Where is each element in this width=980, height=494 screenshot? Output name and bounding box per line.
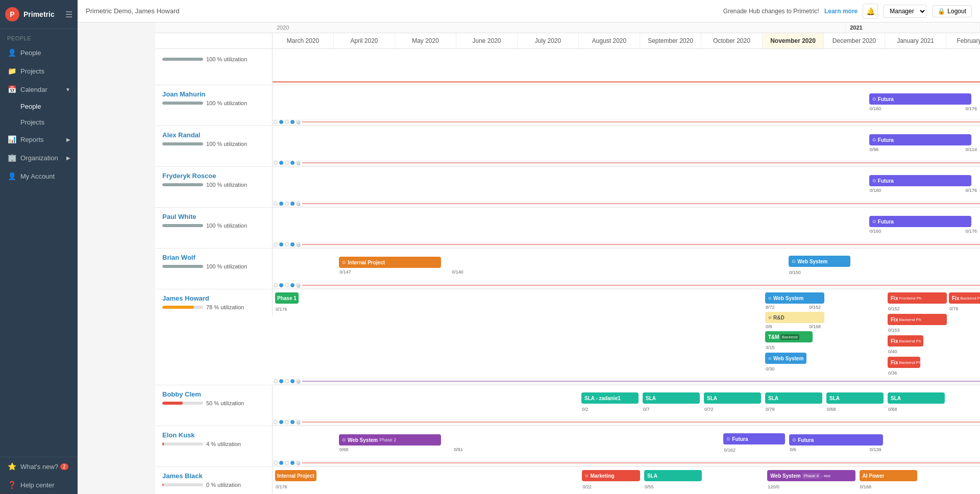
month-header-mar2020: March 2020 xyxy=(273,33,334,48)
util-bar-bg xyxy=(162,58,203,61)
sidebar-section-people: People xyxy=(0,29,78,43)
bar-bobby-sla2[interactable]: SLA xyxy=(643,392,700,404)
bar-brian-websystem[interactable]: ⊙ Web System xyxy=(789,256,850,267)
person-name-james-black[interactable]: James Black xyxy=(162,472,265,480)
sidebar-label-help: Help center xyxy=(20,481,54,489)
dot-row-alex: ⚙ xyxy=(273,160,980,166)
bar-james-fix-backend2[interactable]: Fix Backend Ph xyxy=(888,335,923,347)
bar-james-fix-frontend[interactable]: Fix Frontend Ph xyxy=(888,292,947,304)
learn-more-link[interactable]: Learn more xyxy=(824,8,857,15)
bar-elon-websystem-phase2[interactable]: ⊙ Web System Phase 2 xyxy=(339,434,441,446)
dot-row-elon: ⚙ xyxy=(273,460,980,466)
month-header-jan2021: January 2021 xyxy=(885,33,946,48)
person-info-fryderyk: Fryderyk Roscoe 100 % utilization xyxy=(155,167,273,207)
sidebar-label-organization: Organization xyxy=(20,154,58,162)
breadcrumb: Primetric Demo, James Howard xyxy=(86,7,180,15)
bar-alex-futura[interactable]: ⊙ Futura xyxy=(869,134,971,145)
sidebar-label-calendar: Calendar xyxy=(20,86,47,93)
timeline-elon: ⊙ Web System Phase 2 0/68 0/91 xyxy=(273,426,980,466)
dot-row-joan: ⚙ xyxy=(273,119,980,126)
bar-james-fix-backend4[interactable]: Fix Backend Ph xyxy=(949,292,980,304)
bar-fryderyk-futura[interactable]: ⊙ Futura xyxy=(869,175,971,186)
person-name-brian-wolf[interactable]: Brian Wolf xyxy=(162,254,265,261)
timeline-paul: ⊙ Futura 0/160 0/176 ⚙ xyxy=(273,208,980,248)
topbar: Primetric Demo, James Howard Grenade Hub… xyxy=(78,0,980,22)
month-header-jul2020: July 2020 xyxy=(518,33,579,48)
sidebar-item-projects-sub[interactable]: Projects xyxy=(0,114,78,130)
logout-button[interactable]: 🔒 Logout xyxy=(932,5,972,17)
month-header-dec2020: December 2020 xyxy=(824,33,885,48)
reports-icon: 📊 xyxy=(7,135,16,143)
util-text-brian: 100 % utilization xyxy=(206,263,247,269)
person-name-james-howard[interactable]: James Howard xyxy=(162,294,265,302)
calendar-container: 2020 2021 March 2020 April 2020 May 2020… xyxy=(155,22,980,494)
sidebar-item-whats-new[interactable]: ⭐ What's new? 2 xyxy=(0,457,78,476)
bar-jblack-websystem[interactable]: Web System Phase 4 - test xyxy=(767,470,855,481)
bar-jblack-sla[interactable]: SLA xyxy=(644,470,702,481)
person-name-joan-mahurin[interactable]: Joan Mahurin xyxy=(162,90,265,98)
bar-bobby-sla5[interactable]: SLA xyxy=(826,392,884,404)
dot-row-bobby: ⚙ xyxy=(273,419,980,426)
bar-james-fix-backend1[interactable]: Fix Backend Ph xyxy=(888,314,947,325)
sidebar-item-reports[interactable]: 📊 Reports ▶ xyxy=(0,130,78,149)
year-2020-label: 2020 xyxy=(273,22,846,33)
bar-bobby-sla3[interactable]: SLA xyxy=(704,392,761,404)
bar-joan-futura[interactable]: ⊙ Futura xyxy=(869,93,971,105)
sidebar-label-whats-new: What's new? xyxy=(20,463,58,471)
hamburger-icon[interactable]: ☰ xyxy=(65,10,72,19)
sidebar-item-people-sub[interactable]: People xyxy=(0,98,78,114)
sidebar-item-organization[interactable]: 🏢 Organization ▶ xyxy=(0,149,78,167)
bar-james-phase1[interactable]: Phase 1 xyxy=(275,292,299,304)
bar-jblack-internal[interactable]: Internal Project xyxy=(275,470,316,481)
util-text-james: 78 % utilization xyxy=(206,304,244,310)
bar-paul-futura[interactable]: ⊙ Futura xyxy=(869,216,971,227)
sidebar-label-reports: Reports xyxy=(20,136,44,143)
bar-james-tm-backend[interactable]: T&M Backend xyxy=(765,331,813,342)
myaccount-icon: 👤 xyxy=(7,172,16,180)
month-header-oct2020: October 2020 xyxy=(701,33,763,48)
bar-james-websystem-nov[interactable]: ⊙ Web System xyxy=(765,292,824,304)
month-header-apr2020: April 2020 xyxy=(334,33,395,48)
person-name-fryderyk[interactable]: Fryderyk Roscoe xyxy=(162,172,265,180)
sidebar-item-projects[interactable]: 📁 Projects xyxy=(0,62,78,80)
bar-bobby-sla6[interactable]: SLA xyxy=(888,392,945,404)
bar-bobby-sla1[interactable]: SLA - zadanie1 xyxy=(581,392,639,404)
util-text-fryderyk: 100 % utilization xyxy=(206,182,247,188)
sidebar-item-people[interactable]: 👤 People xyxy=(0,43,78,62)
manager-select[interactable]: Manager xyxy=(883,5,927,18)
month-header-feb2021: February 2021 xyxy=(946,33,980,48)
sidebar: P Primetric ☰ People 👤 People 📁 Projects… xyxy=(0,0,78,494)
app-logo-icon: P xyxy=(5,7,19,21)
person-row-elon-kusk: Elon Kusk 4 % utilization ⊙ Web System xyxy=(155,426,980,467)
bar-elon-futura2[interactable]: ⊙ Futura xyxy=(789,434,883,446)
person-name-elon-kusk[interactable]: Elon Kusk xyxy=(162,431,265,439)
util-text-james-black: 0 % utilization xyxy=(206,482,241,488)
organization-arrow-icon: ▶ xyxy=(66,155,70,161)
sidebar-item-calendar[interactable]: 📅 Calendar ▼ xyxy=(0,80,78,98)
bar-james-websystem2-nov[interactable]: ⊙ Web System xyxy=(765,353,806,364)
whats-new-icon: ⭐ xyxy=(7,462,16,471)
bar-brian-internal[interactable]: ⊙ Internal Project xyxy=(339,257,441,268)
calendar-icon: 📅 xyxy=(7,85,16,93)
person-name-bobby-clem[interactable]: Bobby Clem xyxy=(162,390,265,398)
sidebar-item-help[interactable]: ❓ Help center xyxy=(0,476,78,494)
sidebar-item-myaccount[interactable]: 👤 My Account xyxy=(0,167,78,185)
bar-elon-futura1[interactable]: ⊙ Futura xyxy=(723,433,785,444)
notification-bell-button[interactable]: 🔔 xyxy=(863,4,878,19)
sidebar-label-projects-sub: Projects xyxy=(20,118,44,126)
person-row-paul-white: Paul White 100 % utilization ⊙ Futura xyxy=(155,208,980,249)
bar-bobby-sla4[interactable]: SLA xyxy=(765,392,822,404)
bar-jblack-aipower[interactable]: AI Power xyxy=(860,470,917,481)
util-text-bobby: 50 % utilization xyxy=(206,400,244,406)
util-text-elon: 4 % utilization xyxy=(206,441,241,447)
dot-row-james: ⚙ xyxy=(273,378,980,385)
util-bar-scrolled: 100 % utilization xyxy=(162,56,265,62)
person-row-fryderyk-roscoe: Fryderyk Roscoe 100 % utilization ⊙ Futu… xyxy=(155,167,980,208)
person-name-alex-randal[interactable]: Alex Randal xyxy=(162,131,265,139)
bar-james-fix-backend3[interactable]: Fix Backend Ph xyxy=(888,357,920,368)
util-text-scrolled: 100 % utilization xyxy=(206,56,247,62)
person-name-paul-white[interactable]: Paul White xyxy=(162,213,265,220)
person-row-bobby-clem: Bobby Clem 50 % utilization SLA - zadani… xyxy=(155,385,980,426)
bar-jblack-marketing[interactable]: ⊙ Marketing xyxy=(582,470,640,481)
bar-james-rd[interactable]: ⊙ R&D xyxy=(765,312,824,323)
